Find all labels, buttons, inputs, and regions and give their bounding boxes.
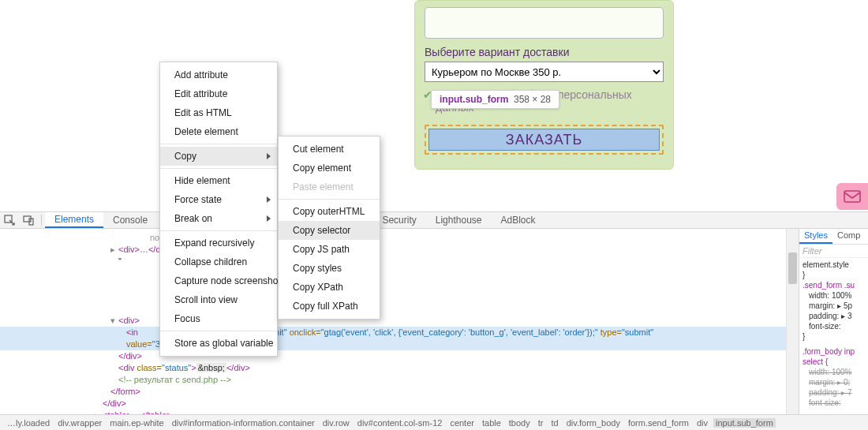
ctx-separator bbox=[160, 168, 277, 169]
dom-line-selected[interactable]: <inmit" onclick="gtag('event', 'click', … bbox=[0, 327, 786, 338]
ctx2-copy-xpath[interactable]: Copy XPath bbox=[279, 278, 380, 297]
dom-tree[interactable]: none_ ▸<div>…</div> " ▾<div> <inmit" onc… bbox=[0, 229, 799, 414]
devtools-body: none_ ▸<div>…</div> " ▾<div> <inmit" onc… bbox=[0, 229, 868, 414]
ctx-break-on[interactable]: Break on bbox=[160, 209, 277, 228]
devtools-tab-adblock[interactable]: AdBlock bbox=[492, 212, 545, 228]
submit-inspect-highlight bbox=[425, 125, 664, 155]
ctx-copy[interactable]: Copy bbox=[160, 147, 277, 166]
ctx2-copy-element[interactable]: Copy element bbox=[279, 159, 380, 178]
crumb-item[interactable]: div.wrapper bbox=[55, 418, 104, 428]
styles-tab-computed[interactable]: Comp bbox=[832, 229, 865, 244]
dom-line-selected[interactable]: value="ЗАКАЗАТЬ" == $0 bbox=[0, 338, 786, 350]
mail-icon bbox=[844, 190, 861, 203]
crumb-item[interactable]: div.row bbox=[320, 418, 352, 428]
svg-rect-0 bbox=[844, 191, 860, 202]
crumb-item[interactable]: center bbox=[447, 418, 477, 428]
ctx2-copy-selector[interactable]: Copy selector bbox=[279, 221, 380, 240]
devtools-tab-console[interactable]: Console bbox=[103, 212, 157, 228]
chevron-right-icon bbox=[267, 215, 271, 222]
ctx-hide-element[interactable]: Hide element bbox=[160, 171, 277, 190]
device-toolbar-icon[interactable] bbox=[19, 215, 38, 226]
ctx-edit-as-html[interactable]: Edit as HTML bbox=[160, 103, 277, 122]
devtools-tab-security[interactable]: Security bbox=[372, 212, 425, 228]
ctx-store-global[interactable]: Store as global variable bbox=[160, 334, 277, 353]
chevron-right-icon bbox=[267, 196, 271, 203]
ctx2-copy-full-xpath[interactable]: Copy full XPath bbox=[279, 297, 380, 316]
crumb-item[interactable]: form.send_form bbox=[626, 418, 691, 428]
ctx-collapse-children[interactable]: Collapse children bbox=[160, 252, 277, 271]
crumb-item[interactable]: td bbox=[548, 418, 560, 428]
devtools-tabbar: Elements Console tion Security Lighthous… bbox=[0, 211, 868, 229]
feedback-mail-button[interactable] bbox=[836, 183, 868, 210]
delivery-select[interactable]: Курьером по Москве 350 р. bbox=[425, 62, 664, 82]
dom-line[interactable]: <!-- результат с send.php --> bbox=[79, 374, 799, 386]
ctx2-copy-outerhtml[interactable]: Copy outerHTML bbox=[279, 202, 380, 221]
inspect-element-icon[interactable] bbox=[0, 215, 19, 226]
crumb-item[interactable]: main.ep-white bbox=[107, 418, 166, 428]
divider bbox=[41, 215, 42, 226]
ctx-separator bbox=[160, 331, 277, 331]
ctx2-copy-styles[interactable]: Copy styles bbox=[279, 259, 380, 278]
crumb-item[interactable]: div#information-information.container bbox=[170, 418, 317, 428]
context-menu-copy: Cut element Copy element Paste element C… bbox=[278, 136, 380, 320]
devtools-tab-elements[interactable]: Elements bbox=[45, 212, 103, 228]
dom-line[interactable]: <div class="status">&nbsp;</div> bbox=[79, 362, 799, 374]
dom-breadcrumb[interactable]: …ly.loaded div.wrapper main.ep-white div… bbox=[0, 414, 868, 430]
chevron-right-icon bbox=[267, 153, 271, 159]
ctx-separator bbox=[160, 144, 277, 144]
comment-textarea[interactable] bbox=[425, 7, 664, 39]
dom-line[interactable]: </form> bbox=[79, 386, 799, 398]
ctx2-paste-element: Paste element bbox=[279, 178, 380, 196]
ctx-add-attribute[interactable]: Add attribute bbox=[160, 65, 277, 84]
ctx-expand-recursively[interactable]: Expand recursively bbox=[160, 234, 277, 252]
crumb-item[interactable]: tr bbox=[536, 418, 546, 428]
scrollbar-thumb[interactable] bbox=[788, 252, 797, 284]
ctx-delete-element[interactable]: Delete element bbox=[160, 122, 277, 141]
ctx2-copy-js-path[interactable]: Copy JS path bbox=[279, 240, 380, 259]
dom-line[interactable]: </div> bbox=[79, 398, 799, 409]
crumb-item[interactable]: div.form_body bbox=[564, 418, 623, 428]
inspect-tooltip: input.sub_form 358 × 28 bbox=[431, 90, 559, 109]
submit-button[interactable] bbox=[428, 129, 660, 151]
ctx-force-state[interactable]: Force state bbox=[160, 190, 277, 209]
ctx-scroll-into-view[interactable]: Scroll into view bbox=[160, 290, 277, 309]
ctx-capture-screenshot[interactable]: Capture node screenshot bbox=[160, 271, 277, 290]
ctx2-cut-element[interactable]: Cut element bbox=[279, 140, 380, 159]
tooltip-dimensions: 358 × 28 bbox=[514, 94, 551, 105]
delivery-label: Выберите вариант доставки bbox=[425, 46, 664, 58]
crumb-item[interactable]: div#content.col-sm-12 bbox=[355, 418, 445, 428]
crumb-item[interactable]: …ly.loaded bbox=[5, 418, 52, 428]
crumb-item[interactable]: tbody bbox=[507, 418, 533, 428]
tooltip-selector: input.sub_form bbox=[440, 94, 508, 105]
order-form: Выберите вариант доставки Курьером по Мо… bbox=[414, 0, 674, 170]
context-menu-element: Add attribute Edit attribute Edit as HTM… bbox=[159, 62, 278, 357]
ctx-separator bbox=[160, 230, 277, 231]
styles-panel: Styles Comp Filter element.style } .send… bbox=[799, 229, 868, 414]
crumb-item[interactable]: table bbox=[480, 418, 503, 428]
devtools-tab-lighthouse[interactable]: Lighthouse bbox=[426, 212, 492, 228]
ctx-focus[interactable]: Focus bbox=[160, 309, 277, 328]
ctx-edit-attribute[interactable]: Edit attribute bbox=[160, 84, 277, 103]
ctx-separator bbox=[279, 199, 380, 200]
crumb-item-active[interactable]: input.sub_form bbox=[713, 418, 776, 428]
crumb-item[interactable]: div bbox=[694, 418, 710, 428]
styles-filter-input[interactable]: Filter bbox=[799, 245, 868, 258]
scrollbar[interactable] bbox=[786, 229, 799, 414]
styles-rules[interactable]: element.style } .send_form .su width: 10… bbox=[799, 258, 868, 409]
styles-tab-styles[interactable]: Styles bbox=[799, 229, 832, 244]
